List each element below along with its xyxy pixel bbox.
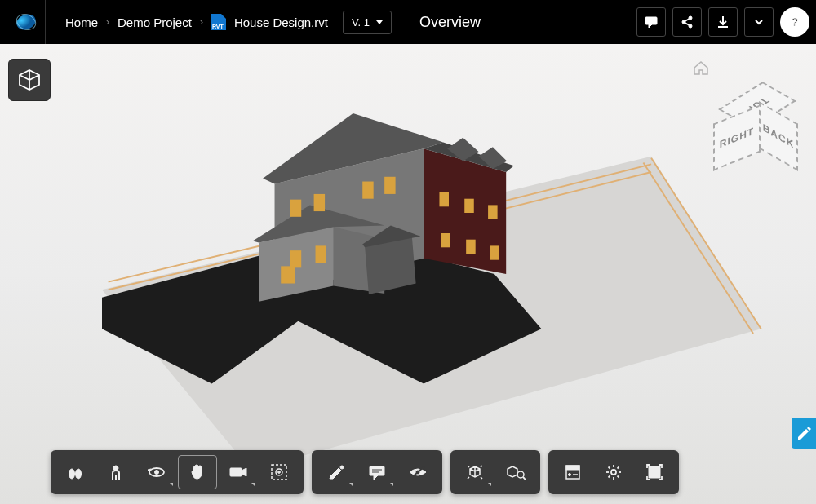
- toolbar-group-settings: [548, 450, 679, 494]
- app-logo[interactable]: [0, 0, 46, 44]
- comments-button[interactable]: [636, 7, 666, 37]
- svg-rect-25: [290, 200, 301, 217]
- home-icon: [692, 59, 710, 77]
- viewcube[interactable]: TOP RIGHT BACK: [705, 77, 803, 175]
- svg-point-44: [155, 471, 159, 475]
- svg-rect-57: [566, 466, 579, 470]
- settings-tool[interactable]: [594, 455, 633, 489]
- fullscreen-icon: [645, 463, 663, 481]
- svg-rect-32: [464, 199, 474, 213]
- cube-icon: [17, 68, 42, 92]
- chevron-right-icon: ›: [200, 16, 203, 28]
- breadcrumb: Home › Demo Project › RVT House Design.r…: [65, 14, 328, 30]
- svg-point-54: [517, 471, 524, 478]
- breadcrumb-home[interactable]: Home: [65, 15, 98, 29]
- svg-text:?: ?: [792, 15, 799, 29]
- toolbar-group-nav: [51, 450, 304, 494]
- svg-line-66: [618, 476, 619, 478]
- markup-icon: [327, 463, 345, 481]
- svg-line-55: [523, 477, 526, 480]
- hide-tool[interactable]: [398, 455, 437, 489]
- svg-rect-37: [281, 266, 295, 283]
- viewport-3d[interactable]: TOP RIGHT BACK: [0, 44, 816, 504]
- header-actions: ?: [636, 7, 809, 37]
- properties-cube-button[interactable]: [8, 59, 51, 101]
- share-button[interactable]: [672, 7, 702, 37]
- download-icon: [716, 15, 730, 29]
- svg-point-41: [76, 469, 82, 479]
- svg-rect-49: [370, 466, 384, 475]
- markup-tool[interactable]: [317, 455, 356, 489]
- zoom-window-tool[interactable]: [259, 455, 299, 489]
- properties-tool[interactable]: [553, 455, 592, 489]
- walk-tool[interactable]: [55, 455, 95, 489]
- zoom-window-icon: [270, 463, 288, 481]
- more-actions-button[interactable]: [744, 7, 774, 37]
- settings-icon: [605, 463, 623, 481]
- comment-tool[interactable]: [357, 455, 397, 489]
- walk-icon: [66, 463, 84, 481]
- first-person-tool[interactable]: [96, 455, 135, 489]
- viewcube-right[interactable]: RIGHT: [713, 104, 761, 170]
- comment-icon: [368, 464, 386, 480]
- feedback-icon: [796, 426, 811, 440]
- feedback-tab[interactable]: [792, 418, 816, 449]
- version-select[interactable]: V. 1: [343, 11, 392, 34]
- svg-rect-26: [314, 194, 325, 211]
- orbit-icon: [147, 463, 166, 481]
- pan-icon: [188, 463, 206, 481]
- svg-point-48: [340, 466, 344, 469]
- svg-line-65: [609, 467, 610, 469]
- orbit-tool[interactable]: [137, 455, 176, 489]
- header: Home › Demo Project › RVT House Design.r…: [0, 0, 816, 44]
- page-title: Overview: [419, 14, 633, 31]
- svg-rect-31: [439, 192, 449, 206]
- pan-tool[interactable]: [178, 455, 217, 489]
- scene-placeholder: [0, 44, 816, 504]
- breadcrumb-file[interactable]: House Design.rvt: [234, 15, 328, 29]
- toolbar-group-model: [450, 450, 540, 494]
- camera-icon: [228, 464, 248, 480]
- svg-rect-28: [384, 177, 395, 194]
- svg-rect-33: [488, 205, 498, 219]
- svg-rect-34: [441, 233, 450, 247]
- svg-rect-45: [230, 468, 242, 476]
- svg-point-60: [611, 470, 616, 475]
- hide-icon: [408, 464, 428, 480]
- svg-rect-29: [290, 250, 301, 267]
- svg-point-58: [569, 474, 571, 476]
- first-person-icon: [107, 463, 125, 481]
- svg-line-67: [609, 476, 610, 478]
- version-label: V. 1: [352, 16, 370, 29]
- viewer-toolbar: [51, 450, 679, 494]
- svg-rect-27: [362, 182, 373, 199]
- chevron-right-icon: ›: [106, 16, 109, 28]
- camera-tool[interactable]: [219, 455, 258, 489]
- model-browser-tool[interactable]: [496, 455, 535, 489]
- model-browser-icon: [506, 463, 526, 481]
- toolbar-group-markup: [312, 450, 442, 494]
- comments-icon: [644, 15, 659, 29]
- help-button[interactable]: ?: [780, 7, 809, 37]
- help-icon: ?: [787, 14, 803, 30]
- svg-line-68: [618, 467, 619, 469]
- properties-icon: [564, 463, 582, 481]
- svg-rect-36: [490, 245, 499, 259]
- rvt-file-icon: RVT: [211, 14, 226, 30]
- explode-icon: [465, 463, 485, 481]
- bim360-logo-icon: [15, 11, 38, 33]
- svg-rect-35: [466, 240, 476, 254]
- share-icon: [680, 15, 694, 29]
- svg-rect-30: [316, 245, 326, 263]
- breadcrumb-project[interactable]: Demo Project: [118, 15, 192, 29]
- svg-rect-2: [645, 17, 657, 24]
- download-button[interactable]: [708, 7, 738, 37]
- svg-point-40: [69, 469, 75, 479]
- explode-tool[interactable]: [455, 455, 494, 489]
- svg-rect-69: [649, 466, 660, 478]
- fullscreen-tool[interactable]: [635, 455, 674, 489]
- chevron-down-icon: [753, 16, 765, 28]
